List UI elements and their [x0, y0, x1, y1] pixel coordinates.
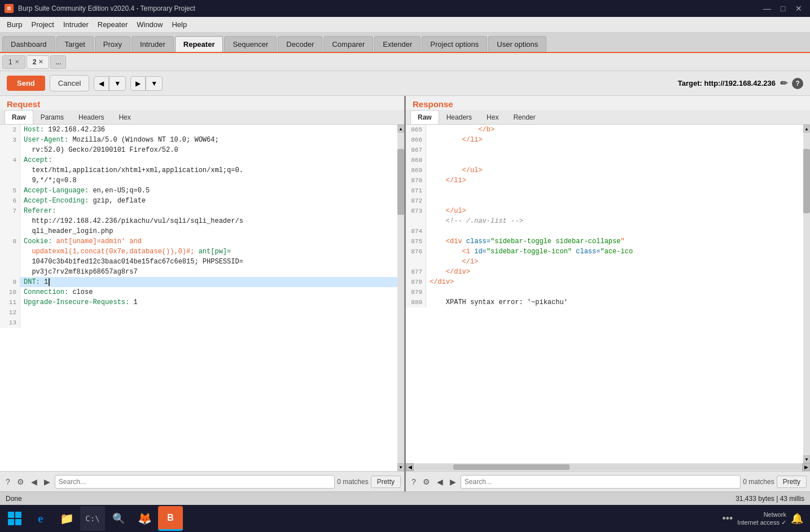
taskbar-burp[interactable]: B	[158, 506, 183, 531]
response-scroll-up[interactable]: ▲	[803, 125, 810, 133]
repeater-tab-2-close[interactable]: ✕	[38, 59, 43, 65]
taskbar: e 📁 C:\ 🔍 🦊 B ••• Network Internet acces…	[0, 505, 810, 532]
tab-dashboard[interactable]: Dashboard	[2, 36, 55, 52]
table-row: 4Accept:	[0, 155, 397, 165]
back-button[interactable]: ◀	[94, 76, 109, 91]
taskbar-edge[interactable]: e	[28, 506, 53, 531]
response-help-btn[interactable]: ?	[409, 476, 418, 487]
table-row: 10470c3b4b1fed12c3baac014be15fac67c6e815…	[0, 257, 397, 267]
response-hscrollbar[interactable]: ◀ ▶	[406, 463, 810, 471]
tab-intruder[interactable]: Intruder	[132, 36, 174, 52]
menu-item-repeater[interactable]: Repeater	[93, 19, 132, 30]
network-tray[interactable]: Network Internet access ✓	[737, 511, 786, 527]
windows-logo	[8, 512, 21, 525]
table-row: 876 <i id="sidebar-toggle-icon" class="a…	[406, 247, 803, 257]
tab-extender[interactable]: Extender	[374, 36, 421, 52]
request-tab-raw[interactable]: Raw	[5, 110, 33, 124]
edit-target-icon[interactable]: ✏	[780, 78, 787, 89]
back-nav-group: ◀ ▼	[94, 76, 126, 91]
start-button[interactable]	[2, 506, 27, 531]
request-search-next-btn[interactable]: ▶	[42, 476, 52, 487]
table-row: 877 </div>	[406, 267, 803, 277]
request-search-input[interactable]	[55, 475, 335, 489]
tab-target[interactable]: Target	[56, 36, 94, 52]
taskbar-search[interactable]: 🔍	[106, 506, 131, 531]
request-tab-hex[interactable]: Hex	[111, 110, 138, 124]
request-vscrollbar[interactable]: ▲ ▼	[397, 125, 404, 471]
response-hscroll-track	[415, 464, 801, 470]
response-settings-btn[interactable]: ⚙	[421, 476, 432, 487]
content-area: Request Raw Params Headers Hex 2Host: 19…	[0, 96, 810, 491]
repeater-tab-1-close[interactable]: ✕	[15, 59, 19, 65]
repeater-tab-1[interactable]: 1 ✕	[2, 55, 25, 69]
menu-item-window[interactable]: Window	[132, 19, 167, 30]
table-row: 5Accept-Language: en,en-US;q=0.5	[0, 186, 397, 196]
table-row: 9DNT: 1	[0, 277, 397, 287]
response-hscroll-thumb[interactable]	[453, 464, 569, 470]
repeater-tab-2[interactable]: 2 ✕	[27, 55, 50, 69]
back-arrow-button[interactable]: ▼	[109, 76, 126, 91]
menu-item-help[interactable]: Help	[167, 19, 191, 30]
request-search-matches: 0 matches	[337, 478, 368, 486]
table-row: 872	[406, 196, 803, 206]
table-row: updatexml(1,concat(0x7e,database()),0)#;…	[0, 247, 397, 257]
close-button[interactable]: ✕	[792, 3, 805, 14]
send-button[interactable]: Send	[7, 76, 45, 91]
table-row: pv3jc7rv2mf8ikp68657ag8rs7	[0, 267, 397, 277]
repeater-tab-more[interactable]: ...	[50, 55, 66, 69]
response-tab-render[interactable]: Render	[506, 110, 542, 124]
request-code-area[interactable]: 2Host: 192.168.42.236 3User-Agent: Mozil…	[0, 125, 397, 471]
request-search-prev-btn[interactable]: ◀	[29, 476, 40, 487]
response-scroll-thumb[interactable]	[803, 149, 810, 213]
tab-sequencer[interactable]: Sequencer	[224, 36, 277, 52]
response-code-area[interactable]: 865 </b> 866 </li> 867 868 869 </ul> 870…	[406, 125, 803, 463]
tab-decoder[interactable]: Decoder	[278, 36, 322, 52]
response-tab-headers[interactable]: Headers	[439, 110, 479, 124]
request-scroll-track	[397, 133, 404, 463]
request-scroll-up[interactable]: ▲	[397, 125, 404, 133]
request-tab-params[interactable]: Params	[33, 110, 71, 124]
taskbar-dots[interactable]: •••	[722, 513, 733, 525]
request-tab-headers[interactable]: Headers	[71, 110, 111, 124]
cancel-button[interactable]: Cancel	[50, 75, 89, 91]
table-row: 865 </b>	[406, 125, 803, 135]
response-code-container: 865 </b> 866 </li> 867 868 869 </ul> 870…	[406, 125, 810, 463]
response-tab-hex[interactable]: Hex	[479, 110, 506, 124]
response-hscroll-right[interactable]: ▶	[802, 463, 810, 471]
minimize-button[interactable]: —	[760, 3, 774, 14]
request-scroll-thumb[interactable]	[397, 149, 404, 215]
target-label: Target: http://192.168.42.236	[678, 79, 776, 87]
tab-repeater[interactable]: Repeater	[175, 36, 224, 52]
forward-button[interactable]: ▶	[130, 76, 146, 91]
taskbar-terminal[interactable]: C:\	[80, 506, 105, 531]
tab-user-options[interactable]: User options	[488, 36, 546, 52]
response-pretty-btn[interactable]: Pretty	[777, 476, 807, 488]
menu-item-burp[interactable]: Burp	[2, 19, 27, 30]
tab-project-options[interactable]: Project options	[422, 36, 487, 52]
request-settings-btn[interactable]: ⚙	[15, 476, 27, 487]
notification-icon[interactable]: 🔔	[791, 512, 803, 525]
help-icon[interactable]: ?	[792, 78, 803, 89]
table-row: 878</div>	[406, 277, 803, 287]
response-tab-raw[interactable]: Raw	[410, 110, 439, 124]
response-search-input[interactable]	[461, 475, 741, 489]
taskbar-explorer[interactable]: 📁	[54, 506, 79, 531]
maximize-button[interactable]: □	[776, 3, 790, 14]
forward-arrow-button[interactable]: ▼	[146, 76, 163, 91]
response-search-next-btn[interactable]: ▶	[448, 476, 458, 487]
response-search-prev-btn[interactable]: ◀	[435, 476, 445, 487]
tab-proxy[interactable]: Proxy	[95, 36, 130, 52]
request-help-btn[interactable]: ?	[3, 476, 12, 487]
menu-item-intruder[interactable]: Intruder	[59, 19, 93, 30]
table-row: 6Accept-Encoding: gzip, deflate	[0, 196, 397, 206]
response-hscroll-left[interactable]: ◀	[406, 463, 414, 471]
response-vscrollbar[interactable]: ▲ ▼	[803, 125, 810, 463]
request-code-container: 2Host: 192.168.42.236 3User-Agent: Mozil…	[0, 125, 404, 471]
request-scroll-down[interactable]: ▼	[397, 463, 404, 471]
menu-item-project[interactable]: Project	[27, 19, 58, 30]
taskbar-firefox[interactable]: 🦊	[132, 506, 157, 531]
request-panel: Request Raw Params Headers Hex 2Host: 19…	[0, 96, 406, 491]
response-scroll-down[interactable]: ▼	[803, 455, 810, 463]
tab-comparer[interactable]: Comparer	[323, 36, 373, 52]
request-pretty-btn[interactable]: Pretty	[371, 476, 401, 488]
